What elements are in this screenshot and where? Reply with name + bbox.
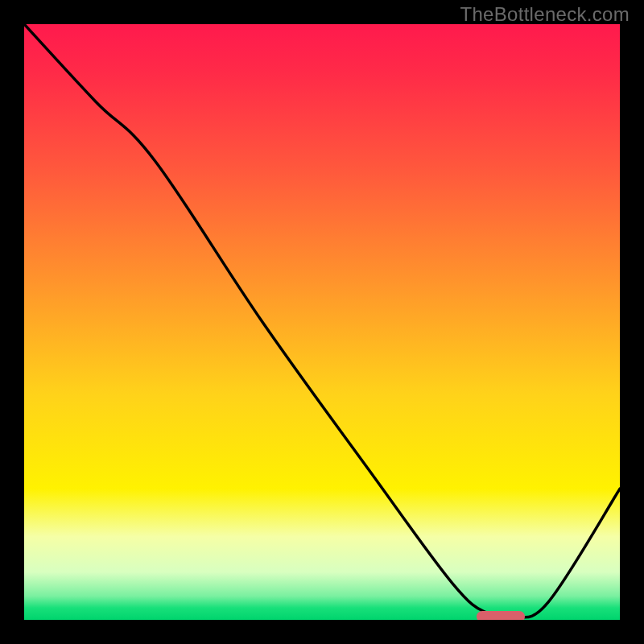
bottleneck-curve xyxy=(24,24,620,620)
watermark-text: TheBottleneck.com xyxy=(460,3,630,26)
plot-area xyxy=(24,24,620,620)
chart-frame: TheBottleneck.com xyxy=(0,0,644,644)
optimal-range-marker xyxy=(477,611,524,620)
